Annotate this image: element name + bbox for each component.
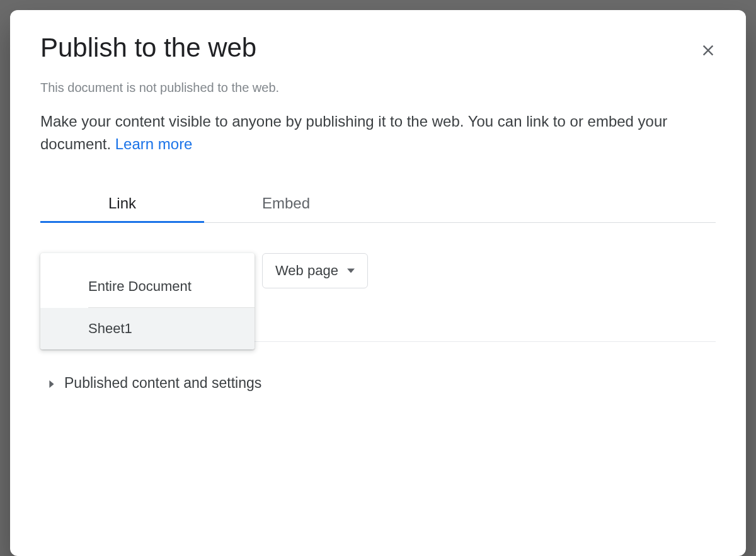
close-icon — [699, 52, 717, 61]
published-content-settings-expander[interactable]: Published content and settings — [40, 370, 269, 397]
chevron-right-icon — [48, 375, 55, 392]
format-select-label: Web page — [275, 263, 338, 279]
tab-link[interactable]: Link — [40, 186, 204, 223]
dialog-description: Make your content visible to anyone by p… — [40, 110, 716, 156]
dialog-title: Publish to the web — [40, 33, 256, 63]
scope-option-entire-document[interactable]: Entire Document — [40, 266, 255, 307]
chevron-down-icon — [347, 267, 355, 275]
scope-select-dropdown: Entire Document Sheet1 — [40, 253, 255, 349]
expander-label: Published content and settings — [64, 375, 261, 392]
scope-option-sheet1[interactable]: Sheet1 — [40, 308, 255, 349]
dialog-header: Publish to the web — [40, 33, 716, 81]
tabs-container: Link Embed — [40, 186, 716, 223]
publish-status-text: This document is not published to the we… — [40, 81, 716, 95]
format-select[interactable]: Web page — [262, 253, 368, 288]
tab-embed[interactable]: Embed — [204, 186, 368, 223]
close-button[interactable] — [694, 37, 722, 66]
learn-more-link[interactable]: Learn more — [115, 135, 193, 152]
publish-to-web-dialog: Publish to the web This document is not … — [10, 10, 746, 556]
